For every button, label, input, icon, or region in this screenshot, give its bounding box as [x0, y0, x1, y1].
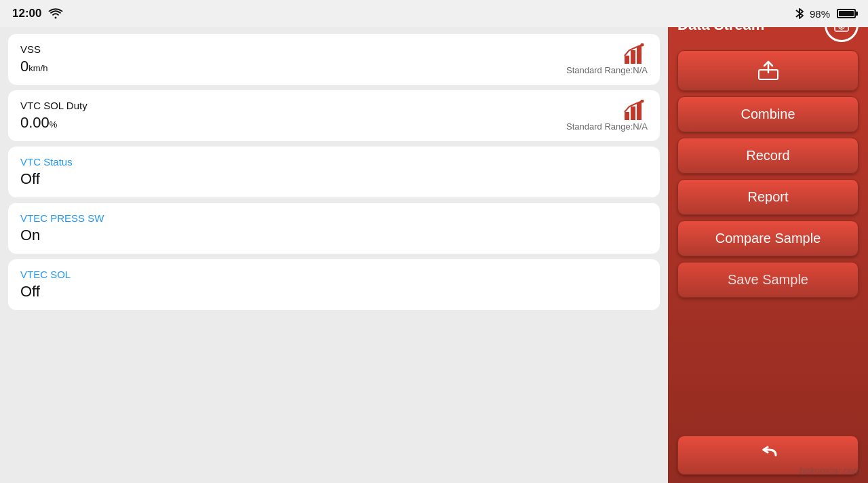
vtc-status-value: Off: [20, 170, 648, 188]
vtec-press-sw-value: On: [20, 227, 648, 244]
vss-card: VSS 0km/h Standard Range:N/A: [8, 34, 660, 85]
vtec-press-sw-label: VTEC PRESS SW: [20, 212, 648, 224]
svg-point-7: [641, 100, 644, 103]
vtec-sol-card: VTEC SOL Off: [8, 259, 660, 310]
status-time: 12:00: [12, 7, 41, 20]
vtec-sol-value: Off: [20, 283, 648, 301]
vtc-sol-duty-card: VTC SOL Duty 0.00% Standard Range:N/A: [8, 90, 660, 141]
sidebar: Data Stream Combine Record Report Compar…: [668, 0, 868, 483]
combine-button[interactable]: Combine: [677, 96, 859, 132]
vss-range: Standard Range:N/A: [566, 65, 648, 75]
svg-rect-5: [631, 107, 635, 120]
svg-rect-0: [625, 56, 629, 64]
vss-label: VSS: [20, 43, 648, 55]
svg-rect-1: [631, 50, 635, 64]
wifi-icon: [48, 8, 63, 19]
status-bar: 12:00 98%: [0, 0, 868, 27]
battery-icon: [837, 9, 856, 18]
vtc-sol-duty-range: Standard Range:N/A: [566, 121, 648, 132]
report-button[interactable]: Report: [677, 179, 859, 215]
compare-sample-button[interactable]: Compare Sample: [677, 220, 859, 256]
svg-rect-2: [637, 46, 642, 64]
svg-rect-4: [625, 112, 629, 120]
vtec-sol-label: VTEC SOL: [20, 269, 648, 280]
watermark: bekomcar.com: [800, 465, 861, 476]
status-right: 98%: [795, 7, 856, 20]
vtc-status-label: VTC Status: [20, 156, 648, 168]
svg-point-3: [641, 43, 644, 47]
vss-value: 0km/h: [20, 58, 648, 75]
vtec-press-sw-card: VTEC PRESS SW On: [8, 203, 660, 254]
vtc-status-card: VTC Status Off: [8, 147, 660, 197]
bluetooth-icon: [795, 7, 804, 20]
battery-percent: 98%: [810, 8, 830, 20]
status-left: 12:00: [12, 7, 63, 20]
export-button[interactable]: [677, 50, 859, 91]
vtc-sol-duty-label: VTC SOL Duty: [20, 100, 648, 111]
record-button[interactable]: Record: [677, 138, 859, 174]
svg-rect-6: [637, 102, 642, 120]
main-content: VSS 0km/h Standard Range:N/A VTC SOL Dut…: [0, 27, 668, 483]
vtc-sol-duty-value: 0.00%: [20, 114, 648, 132]
save-sample-button[interactable]: Save Sample: [677, 262, 859, 298]
